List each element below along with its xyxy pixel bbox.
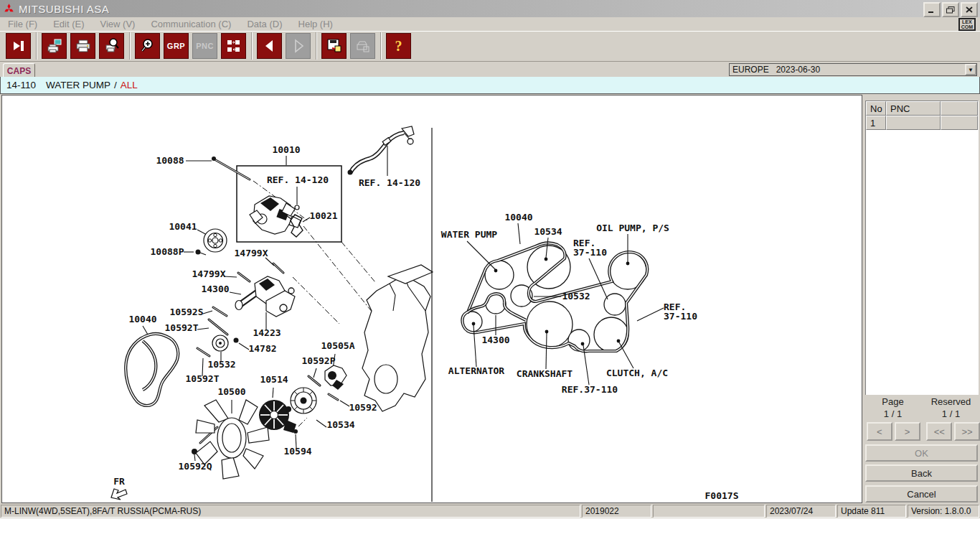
print-button[interactable]: [70, 33, 95, 59]
status-model-code: 2019022: [582, 505, 651, 518]
lexcom-line2: COM: [961, 24, 973, 29]
menu-edit[interactable]: Edit (E): [45, 19, 92, 29]
thermostat-housing: [325, 365, 347, 390]
idler-pulley: [212, 335, 228, 351]
close-button[interactable]: [961, 2, 978, 17]
diagram-label: CRANKSHAFT: [517, 368, 573, 379]
menu-communication[interactable]: Communication (C): [143, 19, 239, 29]
diagram-label: REF.37-110: [562, 384, 618, 395]
page-prev-button[interactable]: <: [867, 422, 892, 441]
pnc-button: PNC: [192, 33, 217, 59]
diagram-label: 10040: [504, 212, 532, 223]
cancel-button[interactable]: Cancel: [865, 485, 978, 503]
toolbar: GRP PNC ?: [0, 31, 980, 62]
diagram-label: 10040: [128, 314, 156, 324]
diagram-label: FR: [113, 476, 125, 487]
lexcom-line1: LEX: [961, 19, 973, 24]
close-icon: [966, 6, 973, 13]
toolbar-separator: [251, 32, 253, 60]
page-next-button[interactable]: >: [895, 422, 920, 441]
diagram-label: 10088P: [151, 246, 184, 257]
breadcrumb: 14-110 WATER PUMP / ALL: [0, 77, 980, 94]
idler-ref37-bottom-circle: [568, 330, 590, 351]
pulley-10041: [204, 229, 227, 252]
chevron-down-icon[interactable]: ▼: [965, 64, 976, 75]
diagram-label: 14782: [248, 343, 276, 354]
region-select-value: EUROPE 2023-06-30: [730, 65, 965, 75]
pulley-10534: [291, 388, 316, 413]
back-button-sidebar[interactable]: Back: [865, 464, 978, 482]
ok-button: OK: [865, 444, 978, 462]
main-area: 1008810010REF. 14-120REF. 14-12010021100…: [0, 94, 980, 504]
belt-part: [126, 334, 178, 406]
status-bar: M-LINW(4WD,5SEAT),8FA/T RUSSIA(PCMA-RUS)…: [0, 504, 980, 518]
pnc-sidebar: No PNC 1 Page Reserved 1 / 1 1 / 1 < >: [864, 94, 980, 504]
restore-icon: [946, 6, 955, 14]
status-date: 2023/07/24: [766, 505, 836, 518]
menu-bar: File (F) Edit (E) View (V) Communication…: [0, 17, 980, 32]
window-title: MITSUBISHI ASA: [19, 3, 109, 15]
layout-toggle-button[interactable]: [221, 33, 246, 59]
bypass-hose: [348, 126, 415, 175]
minimize-button[interactable]: [923, 2, 941, 17]
menu-help[interactable]: Help (H): [291, 19, 341, 29]
save-button[interactable]: [321, 33, 347, 59]
diagram-label: CLUTCH, A/C: [606, 368, 668, 378]
tab-caps[interactable]: CAPS: [3, 63, 35, 78]
o-ring: [295, 205, 299, 210]
diagram-label: 10592P: [302, 355, 336, 366]
table-row[interactable]: 1: [866, 116, 978, 130]
reserved-first-button[interactable]: <<: [926, 422, 952, 441]
menu-view[interactable]: View (V): [93, 19, 143, 29]
grp-button[interactable]: GRP: [164, 33, 189, 59]
lexcom-icon: LEX COM: [958, 18, 976, 31]
status-version: Version: 1.8.0.0: [908, 505, 979, 518]
section-title: WATER PUMP: [46, 80, 110, 90]
print-screen-button[interactable]: [42, 33, 67, 59]
diagram-label: 10532: [207, 359, 235, 370]
desktop-background: [0, 518, 980, 542]
status-empty: [653, 505, 765, 518]
toolbar-separator: [129, 32, 131, 60]
print-screen-icon: [47, 38, 62, 54]
restore-button[interactable]: [942, 2, 959, 17]
help-button[interactable]: ?: [386, 33, 411, 59]
diagram-label: 14300: [481, 335, 509, 345]
diagram-label: 10592S: [170, 307, 204, 317]
sidebar-controls: Page Reserved 1 / 1 1 / 1 < > << >> OK B…: [864, 395, 980, 504]
diagram-label: 10514: [260, 374, 288, 385]
variant-scope: ALL: [121, 80, 138, 90]
reserved-value: 1 / 1: [922, 408, 980, 419]
tab-caps-label: CAPS: [7, 66, 31, 76]
section-code: 14-110: [6, 80, 36, 90]
menu-data[interactable]: Data (D): [239, 19, 290, 29]
diagram-label: 37-110: [664, 311, 697, 322]
transfer-icon: [355, 38, 371, 54]
print-preview-button[interactable]: [99, 33, 124, 59]
column-header-pnc: PNC: [886, 101, 941, 116]
back-button[interactable]: [257, 33, 282, 59]
print-icon: [75, 38, 91, 54]
zoom-button[interactable]: [135, 33, 160, 59]
back-arrow-icon: [262, 38, 278, 54]
diagram-label: WATER PUMP: [441, 229, 497, 240]
diagram-panel[interactable]: 1008810010REF. 14-120REF. 14-12010021100…: [1, 95, 862, 503]
reserved-last-button[interactable]: >>: [954, 422, 980, 441]
cell-extra: [941, 116, 978, 130]
mitsubishi-logo-icon: [3, 3, 15, 14]
diagram-label: 10500: [217, 386, 245, 397]
page-value: 1 / 1: [864, 408, 922, 419]
diagram-label: 10592Q: [179, 461, 212, 472]
cell-no: 1: [866, 116, 886, 130]
exit-button[interactable]: [6, 33, 31, 59]
inlet-pipe-and-bracket: [235, 276, 295, 317]
help-icon: ?: [395, 38, 402, 55]
region-select[interactable]: EUROPE 2023-06-30 ▼: [729, 63, 977, 76]
grp-label: GRP: [167, 42, 185, 50]
save-icon: [326, 38, 342, 54]
menu-file[interactable]: File (F): [0, 19, 45, 29]
pnc-label: PNC: [196, 42, 214, 50]
diagram-label: 10532: [562, 291, 590, 302]
diagram-label: 10594: [283, 446, 311, 457]
zoom-in-icon: [140, 38, 156, 54]
